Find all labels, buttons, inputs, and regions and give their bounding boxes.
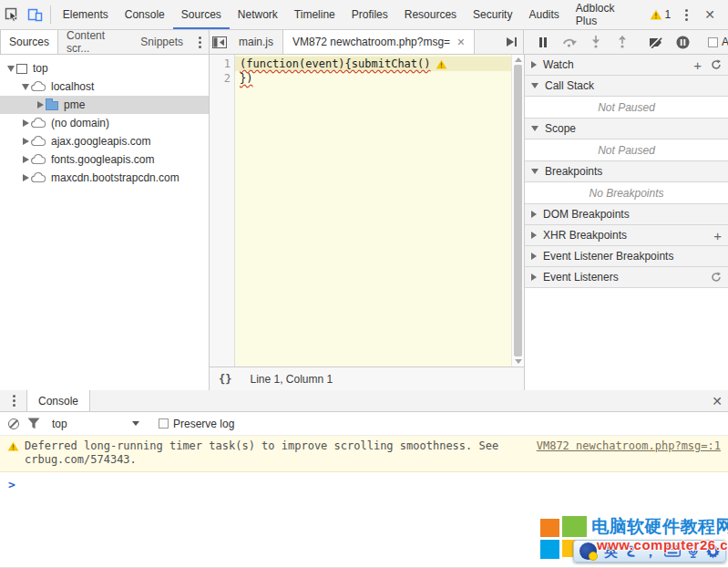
line-number: 1 — [210, 57, 231, 71]
tab-audits[interactable]: Audits — [520, 0, 567, 29]
tab-sources[interactable]: Sources — [173, 0, 230, 29]
tree-item-ajax-googleapis[interactable]: ajax.googleapis.com — [0, 132, 209, 150]
console-warning-badge[interactable]: 1 — [646, 8, 675, 21]
tab-network[interactable]: Network — [230, 0, 286, 29]
close-devtools-icon[interactable]: ✕ — [699, 7, 721, 22]
tree-item-localhost[interactable]: localhost — [0, 77, 209, 96]
tab-resources[interactable]: Resources — [396, 0, 465, 29]
refresh-icon[interactable] — [711, 272, 722, 283]
watermark-title: 电脑软硬件教程网 — [591, 515, 728, 539]
execution-context-select[interactable]: top — [48, 418, 139, 430]
section-label: Event Listener Breakpoints — [543, 250, 673, 263]
navigator-tabs: Sources Content scr... Snippets — [0, 30, 210, 54]
tree-item-label: localhost — [51, 80, 94, 93]
file-tab-vm872[interactable]: VM872 newchatroom.php?msg= ✕ — [282, 30, 475, 54]
section-event-listener-breakpoints[interactable]: Event Listener Breakpoints — [525, 246, 728, 267]
tree-item-fonts-googleapis[interactable]: fonts.googleapis.com — [0, 150, 209, 169]
code-text: (function(event){submitChat() — [240, 57, 431, 71]
close-drawer-icon[interactable]: ✕ — [706, 394, 728, 408]
warning-triangle-icon — [7, 441, 19, 451]
refresh-icon[interactable] — [711, 59, 722, 70]
code-line-1: (function(event){submitChat() — [235, 57, 511, 71]
add-xhr-breakpoint-icon[interactable]: + — [713, 229, 722, 243]
scroll-down-icon[interactable] — [515, 359, 522, 364]
warning-count: 1 — [665, 8, 672, 21]
navigator-tab-sources[interactable]: Sources — [0, 30, 58, 54]
code-text: }) — [240, 71, 252, 86]
section-event-listeners[interactable]: Event Listeners — [525, 267, 728, 288]
warning-triangle-icon — [650, 9, 662, 20]
inspect-element-icon[interactable] — [0, 0, 23, 29]
pause-on-exceptions-icon[interactable] — [672, 32, 692, 52]
watermark-url: www.computer26.com — [597, 537, 728, 553]
warning-message-text: Deferred long-running timer task(s) to i… — [25, 439, 524, 467]
device-toolbar-icon[interactable] — [23, 0, 46, 29]
section-scope[interactable]: Scope — [525, 119, 728, 139]
editor-scrollbar[interactable] — [511, 55, 524, 367]
tab-security[interactable]: Security — [465, 0, 520, 29]
preserve-log-checkbox[interactable] — [159, 418, 169, 429]
drawer-menu-icon[interactable] — [5, 391, 23, 410]
chevron-right-icon — [531, 253, 537, 260]
console-tab[interactable]: Console — [26, 390, 90, 411]
sources-sub-toolbar: Sources Content scr... Snippets main.js … — [0, 30, 728, 55]
pause-script-icon[interactable] — [533, 32, 553, 52]
ime-logo-icon[interactable] — [579, 542, 597, 560]
filter-icon[interactable] — [27, 418, 40, 429]
section-call-stack[interactable]: Call Stack — [525, 76, 728, 97]
tree-item-no-domain[interactable]: (no domain) — [0, 114, 209, 132]
chevron-down-icon — [22, 84, 29, 90]
step-over-icon[interactable] — [559, 32, 579, 52]
file-tab-label: VM872 newchatroom.php?msg= — [292, 36, 450, 48]
preserve-log-wrap: Preserve log — [159, 418, 234, 430]
tree-item-maxcdn-bootstrapcdn[interactable]: maxcdn.bootstrapcdn.com — [0, 169, 209, 187]
inline-warning-icon[interactable] — [436, 59, 447, 69]
scroll-up-icon[interactable] — [515, 57, 522, 62]
tab-profiles[interactable]: Profiles — [343, 0, 396, 29]
file-tab-mainjs[interactable]: main.js — [230, 30, 282, 54]
show-drawer-icon[interactable] — [501, 32, 521, 52]
section-xhr-breakpoints[interactable]: XHR Breakpoints + — [525, 225, 728, 246]
tab-adblock-plus[interactable]: Adblock Plus — [568, 0, 646, 29]
tree-item-top[interactable]: top — [0, 59, 209, 77]
navigator-menu-icon[interactable] — [191, 33, 209, 52]
collapse-navigator-icon[interactable] — [210, 32, 230, 52]
pretty-print-icon[interactable]: {} — [210, 367, 241, 390]
step-into-icon[interactable] — [586, 32, 606, 52]
navigator-tab-snippets[interactable]: Snippets — [132, 30, 191, 54]
line-number-gutter[interactable]: 1 2 — [210, 55, 235, 367]
chevron-right-icon — [531, 211, 537, 218]
code-editor[interactable]: (function(event){submitChat() }) — [235, 55, 511, 367]
scrollbar-thumb[interactable] — [514, 65, 522, 356]
tab-console[interactable]: Console — [117, 0, 173, 29]
section-breakpoints[interactable]: Breakpoints — [525, 161, 728, 182]
chevron-right-icon — [23, 119, 29, 127]
tab-timeline[interactable]: Timeline — [286, 0, 343, 29]
section-watch[interactable]: Watch + — [525, 55, 728, 76]
section-dom-breakpoints[interactable]: DOM Breakpoints — [525, 204, 728, 225]
tree-item-label: (no domain) — [51, 117, 109, 129]
async-label: As — [722, 36, 728, 48]
tab-elements[interactable]: Elements — [55, 0, 117, 29]
tree-item-pme[interactable]: pme — [0, 96, 209, 114]
deactivate-breakpoints-icon[interactable] — [646, 32, 666, 52]
warning-source-link[interactable]: VM872 newchatroom.php?msg=:1 — [537, 439, 721, 452]
chevron-down-icon — [132, 421, 139, 426]
cloud-icon — [31, 136, 46, 147]
async-checkbox[interactable] — [708, 37, 718, 47]
tree-item-label: top — [33, 62, 48, 75]
console-warning-message: Deferred long-running timer task(s) to i… — [0, 436, 728, 472]
editor-tab-strip: main.js VM872 newchatroom.php?msg= ✕ — [210, 30, 524, 54]
navigator-tab-content-scripts[interactable]: Content scr... — [58, 30, 132, 54]
async-checkbox-wrap: As — [708, 36, 728, 48]
file-navigator-panel: top localhost pme (no domain) — [0, 55, 210, 390]
devtools-menu-icon[interactable] — [678, 5, 695, 25]
close-tab-icon[interactable]: ✕ — [456, 36, 465, 48]
chevron-right-icon — [23, 156, 29, 163]
cloud-icon — [31, 118, 46, 129]
clear-console-icon[interactable] — [8, 418, 19, 429]
step-out-icon[interactable] — [612, 32, 632, 52]
call-stack-empty: Not Paused — [525, 97, 728, 119]
chevron-down-icon — [531, 83, 538, 88]
add-watch-icon[interactable]: + — [693, 58, 702, 72]
